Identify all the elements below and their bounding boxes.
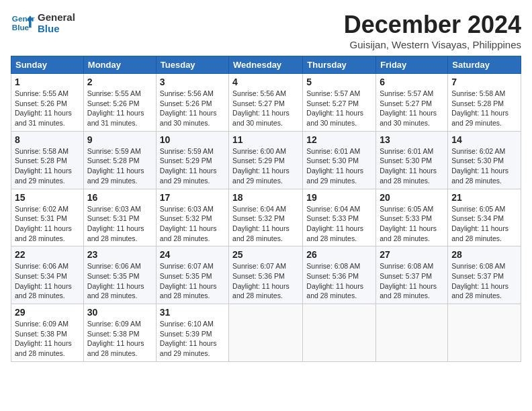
day-info: Sunrise: 6:08 AMSunset: 5:37 PMDaylight:…: [380, 261, 444, 301]
day-info: Sunrise: 5:56 AMSunset: 5:26 PMDaylight:…: [160, 89, 225, 128]
day-info: Sunrise: 6:07 AMSunset: 5:35 PMDaylight:…: [160, 261, 225, 301]
day-number: 5: [306, 77, 372, 87]
day-info: Sunrise: 6:04 AMSunset: 5:32 PMDaylight:…: [232, 204, 299, 244]
weekday-header-saturday: Saturday: [448, 56, 521, 74]
day-number: 13: [380, 134, 444, 145]
calendar-cell: 27Sunrise: 6:08 AMSunset: 5:37 PMDayligh…: [376, 246, 448, 304]
calendar-cell: 5Sunrise: 5:57 AMSunset: 5:27 PMDaylight…: [303, 74, 376, 132]
day-number: 23: [87, 249, 152, 260]
day-info: Sunrise: 5:57 AMSunset: 5:27 PMDaylight:…: [306, 89, 372, 128]
day-number: 14: [451, 134, 517, 145]
day-info: Sunrise: 5:59 AMSunset: 5:28 PMDaylight:…: [87, 146, 152, 186]
day-info: Sunrise: 5:58 AMSunset: 5:28 PMDaylight:…: [451, 89, 517, 128]
day-number: 2: [87, 77, 152, 87]
day-info: Sunrise: 6:10 AMSunset: 5:39 PMDaylight:…: [160, 319, 225, 359]
calendar-cell: 30Sunrise: 6:09 AMSunset: 5:38 PMDayligh…: [83, 304, 156, 362]
day-number: 22: [15, 249, 80, 260]
calendar-cell: 16Sunrise: 6:03 AMSunset: 5:31 PMDayligh…: [83, 189, 156, 246]
calendar-cell: [448, 304, 521, 362]
calendar-cell: 20Sunrise: 6:05 AMSunset: 5:33 PMDayligh…: [376, 189, 448, 246]
calendar-cell: 4Sunrise: 5:56 AMSunset: 5:27 PMDaylight…: [229, 74, 303, 132]
calendar-table: SundayMondayTuesdayWednesdayThursdayFrid…: [11, 56, 521, 362]
day-info: Sunrise: 6:08 AMSunset: 5:36 PMDaylight:…: [306, 261, 372, 301]
day-number: 11: [232, 134, 299, 145]
day-number: 28: [451, 249, 517, 260]
day-info: Sunrise: 6:01 AMSunset: 5:30 PMDaylight:…: [380, 146, 444, 186]
calendar-cell: 13Sunrise: 6:01 AMSunset: 5:30 PMDayligh…: [376, 131, 448, 189]
calendar-cell: 25Sunrise: 6:07 AMSunset: 5:36 PMDayligh…: [229, 246, 303, 304]
calendar-cell: [303, 304, 376, 362]
day-number: 8: [15, 134, 80, 145]
day-number: 27: [380, 249, 444, 260]
day-number: 26: [306, 249, 372, 260]
day-number: 18: [232, 192, 299, 203]
calendar-cell: 7Sunrise: 5:58 AMSunset: 5:28 PMDaylight…: [448, 74, 521, 132]
calendar-cell: 22Sunrise: 6:06 AMSunset: 5:34 PMDayligh…: [11, 246, 84, 304]
day-info: Sunrise: 6:01 AMSunset: 5:30 PMDaylight:…: [306, 146, 372, 186]
calendar-cell: 3Sunrise: 5:56 AMSunset: 5:26 PMDaylight…: [156, 74, 228, 132]
day-info: Sunrise: 6:04 AMSunset: 5:33 PMDaylight:…: [306, 204, 372, 244]
day-number: 16: [87, 192, 152, 203]
day-info: Sunrise: 6:06 AMSunset: 5:35 PMDaylight:…: [87, 261, 152, 301]
calendar-cell: 1Sunrise: 5:55 AMSunset: 5:26 PMDaylight…: [11, 74, 84, 132]
logo-general: General: [38, 11, 75, 23]
day-number: 25: [232, 249, 299, 260]
day-info: Sunrise: 6:08 AMSunset: 5:37 PMDaylight:…: [451, 261, 517, 301]
calendar-cell: 8Sunrise: 5:58 AMSunset: 5:28 PMDaylight…: [11, 131, 84, 189]
day-info: Sunrise: 5:56 AMSunset: 5:27 PMDaylight:…: [232, 89, 299, 128]
day-number: 3: [160, 77, 225, 87]
calendar-cell: 19Sunrise: 6:04 AMSunset: 5:33 PMDayligh…: [303, 189, 376, 246]
day-info: Sunrise: 6:00 AMSunset: 5:29 PMDaylight:…: [232, 146, 299, 186]
calendar-cell: 17Sunrise: 6:03 AMSunset: 5:32 PMDayligh…: [156, 189, 228, 246]
weekday-header-tuesday: Tuesday: [156, 56, 228, 74]
calendar-cell: 10Sunrise: 5:59 AMSunset: 5:29 PMDayligh…: [156, 131, 228, 189]
day-info: Sunrise: 5:55 AMSunset: 5:26 PMDaylight:…: [87, 89, 152, 128]
day-info: Sunrise: 6:03 AMSunset: 5:31 PMDaylight:…: [87, 204, 152, 244]
calendar-cell: 12Sunrise: 6:01 AMSunset: 5:30 PMDayligh…: [303, 131, 376, 189]
calendar-cell: 11Sunrise: 6:00 AMSunset: 5:29 PMDayligh…: [229, 131, 303, 189]
calendar-cell: 14Sunrise: 6:02 AMSunset: 5:30 PMDayligh…: [448, 131, 521, 189]
day-number: 20: [380, 192, 444, 203]
day-info: Sunrise: 6:07 AMSunset: 5:36 PMDaylight:…: [232, 261, 299, 301]
day-info: Sunrise: 6:05 AMSunset: 5:34 PMDaylight:…: [451, 204, 517, 244]
day-number: 19: [306, 192, 372, 203]
day-number: 30: [87, 307, 152, 318]
calendar-week-row: 22Sunrise: 6:06 AMSunset: 5:34 PMDayligh…: [11, 246, 521, 304]
day-number: 21: [451, 192, 517, 203]
calendar-cell: 26Sunrise: 6:08 AMSunset: 5:36 PMDayligh…: [303, 246, 376, 304]
day-info: Sunrise: 6:02 AMSunset: 5:31 PMDaylight:…: [15, 204, 80, 244]
weekday-header-row: SundayMondayTuesdayWednesdayThursdayFrid…: [11, 56, 521, 74]
day-info: Sunrise: 6:06 AMSunset: 5:34 PMDaylight:…: [15, 261, 80, 301]
calendar-week-row: 29Sunrise: 6:09 AMSunset: 5:38 PMDayligh…: [11, 304, 521, 362]
weekday-header-thursday: Thursday: [303, 56, 376, 74]
calendar-week-row: 8Sunrise: 5:58 AMSunset: 5:28 PMDaylight…: [11, 131, 521, 189]
day-info: Sunrise: 6:03 AMSunset: 5:32 PMDaylight:…: [160, 204, 225, 244]
day-info: Sunrise: 5:59 AMSunset: 5:29 PMDaylight:…: [160, 146, 225, 186]
day-info: Sunrise: 6:05 AMSunset: 5:33 PMDaylight:…: [380, 204, 444, 244]
weekday-header-sunday: Sunday: [11, 56, 84, 74]
calendar-cell: 18Sunrise: 6:04 AMSunset: 5:32 PMDayligh…: [229, 189, 303, 246]
calendar-cell: 9Sunrise: 5:59 AMSunset: 5:28 PMDaylight…: [83, 131, 156, 189]
logo-blue: Blue: [38, 23, 75, 34]
day-number: 15: [15, 192, 80, 203]
location-subtitle: Guisijan, Western Visayas, Philippines: [344, 39, 521, 50]
day-info: Sunrise: 6:09 AMSunset: 5:38 PMDaylight:…: [15, 319, 80, 359]
weekday-header-wednesday: Wednesday: [229, 56, 303, 74]
calendar-week-row: 15Sunrise: 6:02 AMSunset: 5:31 PMDayligh…: [11, 189, 521, 246]
day-info: Sunrise: 5:55 AMSunset: 5:26 PMDaylight:…: [15, 89, 80, 128]
calendar-cell: 15Sunrise: 6:02 AMSunset: 5:31 PMDayligh…: [11, 189, 84, 246]
svg-text:Blue: Blue: [12, 23, 30, 32]
day-number: 4: [232, 77, 299, 87]
calendar-cell: [376, 304, 448, 362]
title-area: December 2024 Guisijan, Western Visayas,…: [344, 11, 521, 50]
calendar-cell: 23Sunrise: 6:06 AMSunset: 5:35 PMDayligh…: [83, 246, 156, 304]
day-number: 29: [15, 307, 80, 318]
day-info: Sunrise: 6:09 AMSunset: 5:38 PMDaylight:…: [87, 319, 152, 359]
day-number: 1: [15, 77, 80, 87]
day-number: 31: [160, 307, 225, 318]
day-number: 9: [87, 134, 152, 145]
day-info: Sunrise: 6:02 AMSunset: 5:30 PMDaylight:…: [451, 146, 517, 186]
day-info: Sunrise: 5:58 AMSunset: 5:28 PMDaylight:…: [15, 146, 80, 186]
day-number: 7: [451, 77, 517, 87]
month-year-title: December 2024: [344, 11, 521, 39]
